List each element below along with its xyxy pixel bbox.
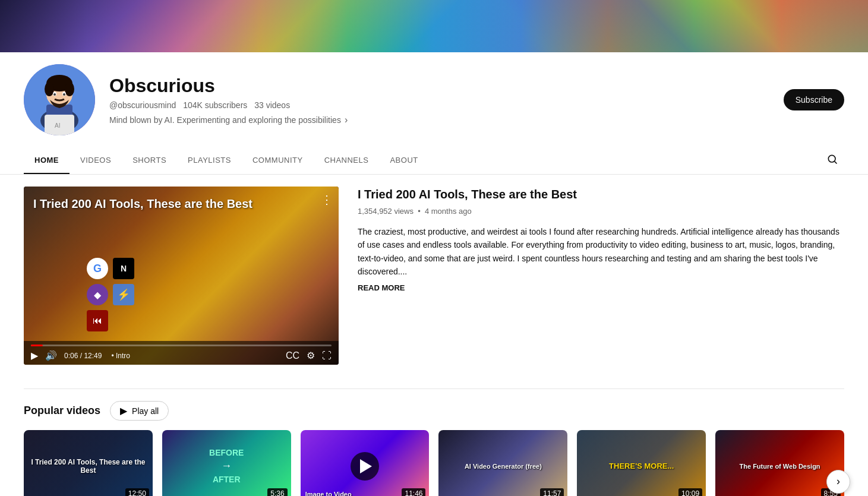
channel-banner (0, 0, 868, 52)
duration-badge-4: 11:57 (540, 488, 564, 496)
subscribe-button[interactable]: Subscribe (784, 89, 844, 110)
google-icon: G (87, 258, 108, 279)
duration-badge-5: 10:09 (678, 488, 702, 496)
video-thumb-2[interactable]: BEFORE → AFTER 5:36 (162, 430, 291, 496)
channel-avatar: AI (24, 64, 95, 135)
play-all-label: Play all (132, 406, 159, 416)
volume-button[interactable]: 🔊 (45, 350, 57, 361)
fullscreen-button[interactable]: ⛶ (322, 350, 332, 361)
player-controls: ▶ 🔊 0:06 / 12:49 • Intro CC ⚙ ⛶ (24, 341, 339, 365)
video-thumb-3[interactable]: Image to Video 11:46 (301, 430, 430, 496)
video-card-4: AI Video Generator (free) 11:57 Mind-Blo… (438, 430, 567, 496)
featured-age: 4 months ago (425, 207, 472, 216)
video-row: I Tried 200 AI Tools, These are the Best… (24, 430, 844, 496)
play-button[interactable]: ▶ (31, 350, 38, 361)
channel-video-count: 33 videos (254, 100, 290, 110)
video-thumb-5[interactable]: THERE'S MORE... 10:09 (577, 430, 706, 496)
featured-video-description: The craziest, most productive, and weird… (358, 225, 844, 279)
channel-handle: @obscuriousmind (109, 100, 176, 110)
player-thumbnail: I Tried 200 AI Tools, These are the Best… (24, 187, 339, 365)
read-more-button[interactable]: READ MORE (358, 283, 405, 292)
carousel-next-button[interactable]: › (826, 470, 850, 494)
bolt-icon: ⚡ (113, 284, 134, 305)
play-overlay-3 (351, 452, 379, 481)
channel-nav: HOME VIDEOS SHORTS PLAYLISTS COMMUNITY C… (0, 147, 868, 175)
channel-header: AI Obscurious @obscuriousmind 104K subsc… (0, 52, 868, 147)
svg-line-15 (835, 162, 837, 164)
video-thumb-4[interactable]: AI Video Generator (free) 11:57 (438, 430, 567, 496)
svg-point-11 (63, 93, 65, 96)
tab-channels[interactable]: CHANNELS (314, 147, 380, 174)
video-card-2: BEFORE → AFTER 5:36 Master ChatGPT in 5 … (162, 430, 291, 496)
notion-icon: N (113, 258, 134, 279)
progress-fill (31, 345, 43, 346)
main-content: I Tried 200 AI Tools, These are the Best… (0, 175, 868, 496)
video-card-1: I Tried 200 AI Tools, These are the Best… (24, 430, 153, 496)
popular-videos-title: Popular videos (24, 405, 100, 417)
tab-videos[interactable]: VIDEOS (70, 147, 122, 174)
tab-about[interactable]: ABOUT (379, 147, 428, 174)
featured-player[interactable]: I Tried 200 AI Tools, These are the Best… (24, 187, 339, 365)
featured-section: I Tried 200 AI Tools, These are the Best… (24, 187, 844, 365)
svg-point-14 (828, 155, 835, 162)
search-icon (826, 153, 838, 165)
video-carousel: I Tried 200 AI Tools, These are the Best… (24, 430, 844, 496)
channel-search-button[interactable] (820, 147, 844, 174)
player-title-overlay: I Tried 200 AI Tools, These are the Best (33, 196, 252, 211)
duration-badge-2: 5:36 (267, 488, 287, 496)
progress-bar[interactable] (31, 345, 332, 346)
time-display: 0:06 / 12:49 (64, 352, 102, 360)
rewind-icon: ⏮ (87, 310, 108, 331)
svg-point-10 (53, 93, 56, 96)
duration-badge-3: 11:46 (402, 488, 425, 496)
tab-community[interactable]: COMMUNITY (242, 147, 314, 174)
featured-info: I Tried 200 AI Tools, These are the Best… (358, 187, 844, 365)
svg-point-7 (65, 82, 74, 96)
channel-name: Obscurious (109, 75, 769, 97)
svg-point-6 (45, 82, 54, 96)
featured-video-title: I Tried 200 AI Tools, These are the Best (358, 187, 844, 202)
featured-video-meta: 1,354,952 views • 4 months ago (358, 207, 844, 216)
duration-badge-1: 12:50 (125, 488, 149, 496)
captions-button[interactable]: CC (286, 350, 299, 361)
video-thumb-6[interactable]: The Future of Web Design 8:55 (715, 430, 844, 496)
play-all-icon: ▶ (120, 405, 127, 416)
video-card-3: Image to Video 11:46 10 Free AI Animatio… (301, 430, 430, 496)
popular-videos-header: Popular videos ▶ Play all (24, 401, 844, 421)
video-thumb-1[interactable]: I Tried 200 AI Tools, These are the Best… (24, 430, 153, 496)
player-more-button[interactable]: ⋮ (321, 192, 333, 207)
intro-badge: • Intro (111, 352, 130, 360)
svg-text:AI: AI (55, 122, 60, 129)
channel-info: Obscurious @obscuriousmind 104K subscrib… (109, 75, 769, 125)
featured-views: 1,354,952 views (358, 207, 414, 216)
channel-description: Mind blown by AI. Experimenting and expl… (109, 115, 769, 125)
play-all-button[interactable]: ▶ Play all (110, 401, 169, 421)
tab-home[interactable]: HOME (24, 147, 70, 174)
expand-description-icon[interactable]: › (345, 115, 348, 125)
channel-meta: @obscuriousmind 104K subscribers 33 vide… (109, 100, 769, 110)
channel-subscribers: 104K subscribers (183, 100, 247, 110)
tab-playlists[interactable]: PLAYLISTS (177, 147, 242, 174)
video-card-6: The Future of Web Design 8:55 Top 3 AI W… (715, 430, 844, 496)
settings-button[interactable]: ⚙ (307, 350, 315, 361)
video-card-5: THERE'S MORE... 10:09 I Tried More AI To… (577, 430, 706, 496)
divider (24, 388, 844, 389)
diamond-icon: ◆ (87, 284, 108, 305)
tab-shorts[interactable]: SHORTS (122, 147, 177, 174)
